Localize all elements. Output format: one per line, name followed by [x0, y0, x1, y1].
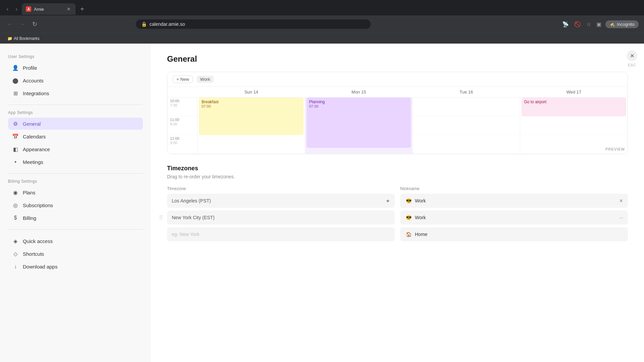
- sidebar-item-label: Download apps: [23, 264, 57, 269]
- close-button[interactable]: ✕: [627, 50, 637, 61]
- cell-tue-11: [413, 116, 520, 135]
- time-slot-12: 12:00 9:00: [167, 135, 197, 154]
- timezone-input-1[interactable]: New York City (EST): [167, 210, 395, 225]
- sidebar-item-meetings[interactable]: ▪ Meetings: [8, 156, 143, 168]
- bookmarks-folder-icon: 📁: [7, 36, 12, 41]
- timezones-description: Drag to re-order your timezones.: [167, 174, 628, 179]
- time-slot-11: 11:00 8:00: [167, 116, 197, 135]
- tab-forward-arrow[interactable]: ›: [13, 5, 20, 13]
- event-airport[interactable]: Go to airport: [522, 98, 627, 116]
- new-event-button[interactable]: + New: [173, 75, 193, 83]
- timezone-input-2[interactable]: eg. New York: [167, 227, 395, 241]
- general-icon: ⚙: [12, 120, 19, 127]
- sidebar-item-label: Plans: [23, 190, 36, 195]
- time-column: 10:00 7:00 11:00 8:00 12:00 9:00: [167, 98, 198, 154]
- sidebar-item-label: Billing: [23, 215, 36, 221]
- timezone-value-0: Los Angeles (PST): [172, 198, 383, 203]
- timezone-row-1: New York City (EST) 😎 Work ···: [167, 210, 628, 225]
- sidebar-item-integrations[interactable]: ⊞ Integrations: [8, 87, 143, 99]
- back-button[interactable]: ←: [5, 19, 14, 29]
- cal-col-tue: [413, 98, 520, 154]
- billing-icon: $: [12, 215, 19, 221]
- incognito-label: Incognito: [617, 22, 635, 27]
- calendar-grid: Sun 14 Mon 15 Tue 16 Wed 17 10:00 7:00: [167, 87, 628, 154]
- event-time: 07:30: [309, 104, 409, 108]
- time-col-header: [167, 87, 198, 98]
- sidebar-item-calendars[interactable]: 📅 Calendars: [8, 130, 143, 142]
- app-settings-title: App Settings: [8, 110, 143, 115]
- plans-icon: ◉: [12, 189, 19, 196]
- emoji-icon-1: 😎: [405, 214, 412, 221]
- quick-access-icon: ◈: [12, 238, 19, 244]
- sidebar-item-general[interactable]: ⚙ General: [8, 118, 143, 130]
- timezone-input-0[interactable]: Los Angeles (PST) ★: [167, 194, 395, 208]
- calendars-icon: 📅: [12, 133, 19, 140]
- emoji-icon-2: 🏠: [405, 231, 412, 238]
- cell-wed-11: [520, 116, 628, 135]
- sidebar-item-accounts[interactable]: ⬤ Accounts: [8, 74, 143, 86]
- billing-settings-title: Billing Settings: [8, 179, 143, 184]
- address-bar: ← → ↻ 🔒 calendar.amie.so 📡 🚫 ☆ ▣ 🕵 Incog…: [0, 15, 644, 33]
- sidebar-item-download-apps[interactable]: ↓ Download apps: [8, 260, 143, 273]
- bookmarks-label: All Bookmarks: [14, 36, 40, 41]
- sidebar-item-profile[interactable]: 👤 Profile: [8, 62, 143, 74]
- star-icon-0[interactable]: ★: [386, 198, 390, 203]
- calendar-header: + New Work: [167, 72, 628, 87]
- page-title: General: [167, 54, 628, 64]
- cell-sun-12: [198, 135, 305, 154]
- sidebar-item-appearance[interactable]: ◧ Appearance: [8, 143, 143, 155]
- new-tab-button[interactable]: +: [77, 4, 87, 14]
- timezone-value-1: New York City (EST): [172, 215, 390, 220]
- tab-close-button[interactable]: ✕: [66, 6, 71, 12]
- sidebar-icon[interactable]: ▣: [595, 20, 603, 29]
- sidebar-item-label: Integrations: [23, 90, 49, 96]
- sidebar-item-plans[interactable]: ◉ Plans: [8, 186, 143, 198]
- tab-bar: ‹ › A Amie ✕ +: [0, 0, 644, 15]
- refresh-button[interactable]: ↻: [31, 19, 39, 29]
- sidebar-item-label: Meetings: [23, 159, 43, 165]
- appearance-icon: ◧: [12, 146, 19, 153]
- bookmarks-folder[interactable]: 📁 All Bookmarks: [5, 36, 42, 42]
- timezone-row-0: Los Angeles (PST) ★ 😎 Work ✕: [167, 194, 628, 208]
- event-time: 07:00: [202, 104, 301, 108]
- event-title: Planning: [309, 100, 409, 104]
- day-header-tue: Tue 16: [413, 87, 520, 98]
- sidebar-item-subscriptions[interactable]: ◎ Subscriptions: [8, 199, 143, 211]
- timezone-placeholder-2: eg. New York: [172, 232, 200, 237]
- toolbar-icons: 📡 🚫 ☆ ▣ 🕵 Incognito: [561, 20, 639, 29]
- tab-back-arrow[interactable]: ‹: [4, 5, 11, 13]
- url-text: calendar.amie.so: [150, 21, 185, 27]
- download-icon: ↓: [12, 263, 19, 270]
- sidebar-item-billing[interactable]: $ Billing: [8, 212, 143, 224]
- sidebar-item-quick-access[interactable]: ◈ Quick access: [8, 235, 143, 247]
- user-settings-title: User Settings: [8, 54, 143, 59]
- page-content: User Settings 👤 Profile ⬤ Accounts ⊞ Int…: [0, 44, 644, 362]
- divider-3: [8, 229, 143, 230]
- sidebar-item-label: Shortcuts: [23, 251, 44, 257]
- remove-timezone-0[interactable]: ✕: [619, 198, 623, 203]
- timezone-col-label: Timezone: [167, 186, 395, 191]
- cal-col-mon: Planning 07:30: [305, 98, 413, 154]
- timezones-title: Timezones: [167, 165, 628, 172]
- profile-icon: 👤: [12, 64, 19, 71]
- cell-tue-10: [413, 98, 520, 116]
- url-bar[interactable]: 🔒 calendar.amie.so: [136, 19, 371, 29]
- event-breakfast[interactable]: Breakfast 07:00: [199, 98, 304, 135]
- tab-favicon: A: [26, 6, 31, 12]
- sidebar-item-shortcuts[interactable]: ◇ Shortcuts: [8, 248, 143, 260]
- event-planning[interactable]: Planning 07:30: [307, 98, 411, 148]
- more-options-1[interactable]: ···: [619, 215, 623, 220]
- eye-off-icon[interactable]: 🚫: [573, 20, 582, 29]
- star-icon[interactable]: ☆: [585, 20, 592, 29]
- nickname-input-1[interactable]: 😎 Work ···: [400, 210, 628, 225]
- nickname-value-0: Work: [415, 198, 616, 203]
- divider-1: [8, 105, 143, 105]
- day-header-mon: Mon 15: [305, 87, 413, 98]
- nickname-input-0[interactable]: 😎 Work ✕: [400, 194, 628, 208]
- subscriptions-icon: ◎: [12, 202, 19, 208]
- forward-button[interactable]: →: [18, 19, 27, 29]
- cast-icon[interactable]: 📡: [561, 20, 570, 29]
- active-tab[interactable]: A Amie ✕: [22, 3, 75, 15]
- nickname-input-2[interactable]: 🏠 Home: [400, 227, 628, 241]
- incognito-button[interactable]: 🕵 Incognito: [605, 20, 639, 28]
